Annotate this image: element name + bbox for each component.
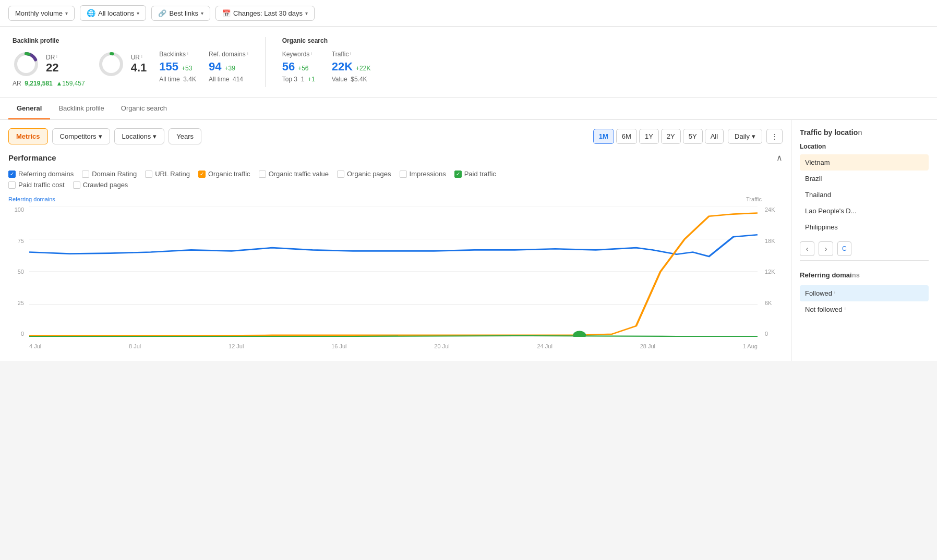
- organic-traffic-line: [29, 213, 758, 336]
- ref-domains-change: +39: [224, 65, 235, 72]
- monthly-volume-button[interactable]: Monthly volume ▾: [8, 6, 75, 21]
- location-item-philippines[interactable]: Philippines: [800, 219, 929, 235]
- chart-left-label: Referring domains: [8, 196, 55, 202]
- location-item-lao[interactable]: Lao People's D...: [800, 203, 929, 219]
- locations-button[interactable]: Locations ▾: [114, 128, 165, 144]
- location-list: Vietnam Brazil Thailand Lao People's D..…: [800, 154, 929, 235]
- backlinks-label: Backlinks ⁱ: [159, 51, 196, 58]
- all-locations-arrow: ▾: [137, 10, 139, 16]
- changes-label: Changes: Last 30 days: [233, 9, 303, 17]
- ur-label: UR ⁱ: [131, 54, 147, 61]
- cb-organic-traffic-value-box: [259, 171, 266, 178]
- cb-crawled-pages[interactable]: Crawled pages: [73, 181, 128, 189]
- ref-domains-info: ⁱ: [247, 52, 248, 57]
- time-5y-button[interactable]: 5Y: [683, 129, 703, 144]
- location-col-header: Location: [800, 143, 929, 150]
- cb-paid-traffic-cost-box: [8, 181, 16, 189]
- view-all-button[interactable]: C: [837, 241, 851, 256]
- keywords-stat: Keywords ⁱ 56 +56 Top 3 1 +1: [282, 51, 315, 83]
- ref-domains-panel-title: Referring domains: [800, 271, 929, 279]
- chart-area: 100 75 50 25 0 24K 18K 12K 6K 0: [8, 206, 783, 352]
- tab-backlink-profile[interactable]: Backlink profile: [50, 98, 112, 119]
- main-content: Metrics Competitors ▾ Locations ▾ Years …: [0, 120, 937, 361]
- backlinks-value: 155: [159, 60, 178, 74]
- cb-organic-traffic[interactable]: Organic traffic: [198, 170, 250, 178]
- dr-info: ⁱ: [56, 55, 57, 60]
- collapse-button[interactable]: ∧: [776, 153, 783, 163]
- cb-referring-domains-box: [8, 171, 16, 178]
- time-1m-button[interactable]: 1M: [593, 129, 614, 144]
- competitors-button[interactable]: Competitors ▾: [52, 128, 110, 144]
- ref-domains-stat: Ref. domains ⁱ 94 +39 All time 414: [209, 51, 248, 83]
- time-all-button[interactable]: All: [705, 129, 724, 144]
- chart-inner: [29, 206, 758, 337]
- organic-search-group: Organic search Keywords ⁱ 56 +56 Top 3 1…: [282, 37, 371, 87]
- best-links-button[interactable]: 🔗 Best links ▾: [151, 6, 210, 21]
- location-pagination: ‹ › C: [800, 241, 929, 256]
- backlinks-stat: Backlinks ⁱ 155 +53 All time 3.4K: [159, 51, 196, 83]
- keywords-top3: Top 3 1 +1: [282, 76, 315, 83]
- svg-point-3: [101, 54, 122, 75]
- all-locations-button[interactable]: 🌐 All locations ▾: [80, 5, 146, 21]
- chart-container: Referring domains Traffic 100 75 50 25 0…: [8, 196, 783, 352]
- locations-arrow: ▾: [153, 132, 157, 140]
- location-item-brazil[interactable]: Brazil: [800, 171, 929, 187]
- years-button[interactable]: Years: [169, 128, 201, 144]
- traffic-info: ⁱ: [350, 52, 351, 57]
- monthly-volume-arrow: ▾: [65, 10, 68, 16]
- data-point-dot: [573, 331, 586, 337]
- daily-button[interactable]: Daily ▾: [728, 129, 762, 144]
- referring-domains-line: [29, 235, 758, 257]
- next-page-button[interactable]: ›: [819, 241, 833, 256]
- more-options-button[interactable]: ⋮: [766, 129, 783, 144]
- location-item-thailand[interactable]: Thailand: [800, 187, 929, 203]
- dr-donut: [13, 51, 40, 78]
- changes-button[interactable]: 📅 Changes: Last 30 days ▾: [215, 6, 315, 21]
- time-1y-button[interactable]: 1Y: [639, 129, 659, 144]
- toolbar: Monthly volume ▾ 🌐 All locations ▾ 🔗 Bes…: [0, 0, 937, 27]
- link-icon: 🔗: [158, 9, 166, 17]
- cb-organic-pages[interactable]: Organic pages: [337, 170, 391, 178]
- tabs-bar: General Backlink profile Organic search: [0, 98, 937, 120]
- keywords-change: +56: [298, 65, 308, 72]
- dr-value: 22: [46, 61, 58, 75]
- ref-domain-not-followed[interactable]: Not followed ⁱ: [800, 301, 929, 318]
- backlink-profile-group: Backlink profile DR ⁱ: [13, 37, 248, 87]
- ur-value: 4.1: [131, 61, 147, 75]
- changes-arrow: ▾: [305, 10, 308, 16]
- paid-traffic-line: [29, 336, 758, 336]
- cb-organic-traffic-box: [198, 171, 206, 178]
- cb-paid-traffic[interactable]: Paid traffic: [454, 170, 496, 178]
- ref-domains-value: 94: [209, 60, 221, 74]
- ref-domain-section: Referring domains Followed ⁱ Not followe…: [800, 271, 929, 318]
- cb-organic-traffic-value[interactable]: Organic traffic value: [259, 170, 329, 178]
- time-2y-button[interactable]: 2Y: [661, 129, 681, 144]
- cb-url-rating[interactable]: URL Rating: [145, 170, 190, 178]
- backlinks-alltime: All time 3.4K: [159, 76, 196, 83]
- followed-info-icon: ⁱ: [834, 290, 835, 296]
- cb-crawled-pages-box: [73, 181, 80, 189]
- stats-divider: [265, 37, 266, 87]
- ur-info: ⁱ: [141, 55, 142, 60]
- ref-domain-followed[interactable]: Followed ⁱ: [800, 285, 929, 301]
- ur-donut: [98, 51, 125, 78]
- metrics-button[interactable]: Metrics: [8, 128, 48, 144]
- cb-domain-rating[interactable]: Domain Rating: [82, 170, 137, 178]
- globe-icon: 🌐: [87, 9, 95, 17]
- time-6m-button[interactable]: 6M: [616, 129, 637, 144]
- calendar-icon: 📅: [222, 9, 231, 17]
- cb-paid-traffic-cost[interactable]: Paid traffic cost: [8, 181, 65, 189]
- organic-search-title: Organic search: [282, 37, 371, 44]
- tab-organic-search[interactable]: Organic search: [113, 98, 175, 119]
- dr-stat: DR ⁱ 22 AR 9,219,581 ▲159,457: [13, 51, 85, 87]
- location-item-vietnam[interactable]: Vietnam: [800, 154, 929, 171]
- prev-page-button[interactable]: ‹: [800, 241, 814, 256]
- keywords-label: Keywords ⁱ: [282, 51, 315, 58]
- performance-title: Performance: [8, 153, 56, 162]
- performance-header: Performance ∧: [8, 153, 783, 163]
- keywords-value: 56: [282, 60, 295, 74]
- tab-general[interactable]: General: [8, 98, 50, 119]
- cb-referring-domains[interactable]: Referring domains: [8, 170, 74, 178]
- cb-impressions[interactable]: Impressions: [400, 170, 446, 178]
- backlink-profile-title: Backlink profile: [13, 37, 248, 44]
